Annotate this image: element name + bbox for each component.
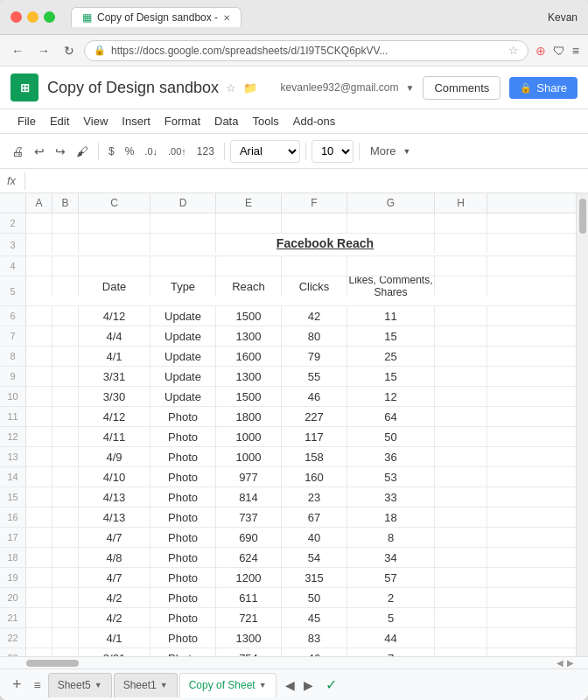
cell-g14[interactable]: 53: [347, 467, 435, 486]
cell-e19[interactable]: 1200: [216, 568, 282, 587]
cell-e22[interactable]: 1300: [216, 628, 282, 648]
cell-g13[interactable]: 36: [347, 447, 435, 466]
cell-b3[interactable]: [52, 234, 79, 253]
cell-h21[interactable]: [435, 608, 487, 627]
cell-d14[interactable]: Photo: [150, 467, 216, 486]
currency-button[interactable]: $: [104, 143, 119, 160]
cell-a11[interactable]: [26, 407, 52, 426]
cell-f9[interactable]: 55: [282, 367, 347, 386]
cell-a6[interactable]: [26, 306, 52, 326]
cell-h10[interactable]: [435, 387, 487, 406]
cell-c18[interactable]: 4/8: [79, 548, 150, 567]
col-header-e[interactable]: E: [216, 193, 282, 213]
col-header-a[interactable]: A: [26, 193, 52, 213]
cell-a8[interactable]: [26, 346, 52, 366]
cell-a16[interactable]: [26, 508, 52, 527]
cell-f4[interactable]: [282, 256, 347, 276]
cell-g6[interactable]: 11: [347, 306, 435, 326]
cell-g18[interactable]: 34: [347, 548, 435, 567]
cell-c8[interactable]: 4/1: [79, 346, 150, 366]
menu-view[interactable]: View: [76, 111, 115, 131]
cell-d3[interactable]: [150, 234, 216, 253]
cell-f10[interactable]: 46: [282, 387, 347, 406]
cell-c23[interactable]: 3/31: [79, 648, 150, 656]
cell-c17[interactable]: 4/7: [79, 528, 150, 547]
cell-h16[interactable]: [435, 508, 487, 527]
cell-d20[interactable]: Photo: [150, 588, 216, 607]
sheet-nav-next[interactable]: ▶: [300, 676, 317, 694]
cell-f5-header[interactable]: Clicks: [282, 276, 347, 296]
cell-d23[interactable]: Photo: [150, 648, 216, 656]
cell-e11[interactable]: 1800: [216, 407, 282, 426]
shield-icon[interactable]: 🛡: [551, 42, 567, 60]
cell-h8[interactable]: [435, 346, 487, 366]
cell-d10[interactable]: Update: [150, 387, 216, 406]
cell-f19[interactable]: 315: [282, 568, 347, 587]
cell-c4[interactable]: [79, 256, 150, 276]
extensions-icon[interactable]: ⊕: [534, 42, 548, 60]
cell-d11[interactable]: Photo: [150, 407, 216, 426]
col-header-d[interactable]: D: [150, 193, 216, 213]
cell-a14[interactable]: [26, 467, 52, 486]
col-header-h[interactable]: H: [435, 193, 487, 213]
cell-f21[interactable]: 45: [282, 608, 347, 627]
decimal-decrease-button[interactable]: .0↓: [140, 144, 162, 159]
cell-b7[interactable]: [52, 326, 79, 346]
cell-g21[interactable]: 5: [347, 608, 435, 627]
back-button[interactable]: ←: [7, 42, 28, 60]
font-size-select[interactable]: 10: [312, 140, 354, 163]
cell-b15[interactable]: [52, 487, 79, 507]
cell-b10[interactable]: [52, 387, 79, 406]
undo-button[interactable]: ↩: [30, 142, 49, 161]
cell-b16[interactable]: [52, 508, 79, 527]
cell-h13[interactable]: [435, 447, 487, 466]
cell-b8[interactable]: [52, 346, 79, 366]
cell-g9[interactable]: 15: [347, 367, 435, 386]
menu-format[interactable]: Format: [158, 111, 207, 131]
url-bar[interactable]: 🔒 https://docs.google.com/spreadsheets/d…: [84, 40, 528, 61]
cell-b18[interactable]: [52, 548, 79, 567]
cell-d22[interactable]: Photo: [150, 628, 216, 648]
cell-a3[interactable]: [26, 234, 52, 253]
refresh-button[interactable]: ↻: [60, 42, 79, 60]
cell-g10[interactable]: 12: [347, 387, 435, 406]
cell-e8[interactable]: 1600: [216, 346, 282, 366]
menu-insert[interactable]: Insert: [115, 111, 158, 131]
cell-f6[interactable]: 42: [282, 306, 347, 326]
sheet-menu-button[interactable]: ≡: [29, 676, 46, 694]
cell-e20[interactable]: 611: [216, 588, 282, 607]
cell-c15[interactable]: 4/13: [79, 487, 150, 507]
cell-e23[interactable]: 754: [216, 648, 282, 656]
cell-e6[interactable]: 1500: [216, 306, 282, 326]
sheet-tab-sheet5[interactable]: Sheet5 ▼: [48, 673, 112, 697]
cell-h7[interactable]: [435, 326, 487, 346]
cell-e18[interactable]: 624: [216, 548, 282, 567]
cell-f22[interactable]: 83: [282, 628, 347, 648]
cell-c19[interactable]: 4/7: [79, 568, 150, 587]
cell-a18[interactable]: [26, 548, 52, 567]
cell-e9[interactable]: 1300: [216, 367, 282, 386]
cell-e2[interactable]: [216, 214, 282, 233]
cell-d8[interactable]: Update: [150, 346, 216, 366]
cell-b20[interactable]: [52, 588, 79, 607]
cell-g19[interactable]: 57: [347, 568, 435, 587]
cell-b23[interactable]: [52, 648, 79, 656]
cell-g8[interactable]: 25: [347, 346, 435, 366]
cell-c21[interactable]: 4/2: [79, 608, 150, 627]
cell-e21[interactable]: 721: [216, 608, 282, 627]
menu-tools[interactable]: Tools: [245, 111, 285, 131]
cell-e3-title[interactable]: Facebook Reach: [216, 234, 435, 253]
cell-g16[interactable]: 18: [347, 508, 435, 527]
cell-e7[interactable]: 1300: [216, 326, 282, 346]
cell-d12[interactable]: Photo: [150, 427, 216, 446]
browser-tab[interactable]: ▦ Copy of Design sandbox - ✕: [71, 7, 242, 27]
cell-a15[interactable]: [26, 487, 52, 507]
cell-h12[interactable]: [435, 427, 487, 446]
cell-a10[interactable]: [26, 387, 52, 406]
horizontal-scrollbar-thumb[interactable]: [26, 660, 79, 667]
more-button[interactable]: More: [365, 142, 402, 160]
cell-b5[interactable]: [52, 276, 79, 296]
cell-h22[interactable]: [435, 628, 487, 648]
percent-button[interactable]: %: [121, 143, 139, 160]
cell-d6[interactable]: Update: [150, 306, 216, 326]
